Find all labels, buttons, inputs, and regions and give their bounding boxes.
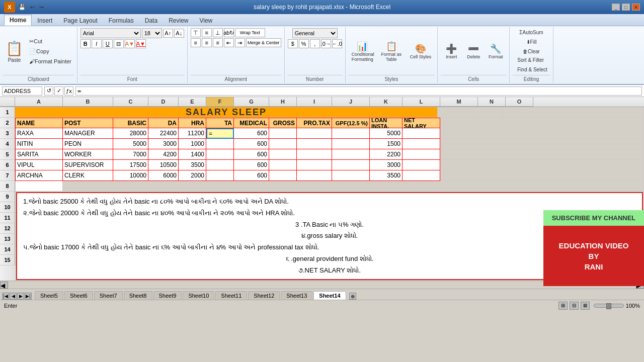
cell-G2[interactable]: MEDICAL	[234, 118, 269, 128]
sort-filter-button[interactable]: Sort & Filter	[515, 56, 549, 64]
cell-D5[interactable]: 4200	[148, 149, 179, 160]
cell-B7[interactable]: CLERK	[63, 170, 113, 181]
paste-button[interactable]: 📋	[3, 40, 26, 57]
tab-view[interactable]: View	[194, 15, 218, 26]
sheet-tab-sheet11[interactable]: Sheet11	[215, 291, 247, 300]
name-box[interactable]	[2, 86, 42, 96]
cell-A3[interactable]: RAXA	[15, 128, 63, 139]
cell-M7[interactable]	[440, 170, 644, 181]
sheet-tab-sheet14[interactable]: Sheet14	[313, 291, 346, 300]
cell-L3[interactable]	[403, 128, 440, 139]
col-header-J[interactable]: J	[332, 97, 370, 107]
cell-A7[interactable]: ARCHNA	[15, 170, 63, 181]
col-header-M[interactable]: M	[440, 97, 478, 107]
cell-B4[interactable]: PEON	[63, 139, 113, 149]
sheet-tab-sheet5[interactable]: Sheet5	[35, 291, 63, 300]
cell-I4[interactable]	[297, 139, 332, 149]
redo-quick-btn[interactable]: ↪	[38, 4, 45, 11]
cell-J5[interactable]	[332, 149, 370, 160]
row-header-6[interactable]: 6	[0, 160, 15, 170]
cell-M2[interactable]	[440, 118, 644, 128]
increase-indent-btn[interactable]: ⇥	[235, 38, 245, 47]
col-header-D[interactable]: D	[148, 97, 179, 107]
sheet-tab-sheet13[interactable]: Sheet13	[281, 291, 312, 300]
cell-D4[interactable]: 3000	[148, 139, 179, 149]
cell-L4[interactable]	[403, 139, 440, 149]
cell-I7[interactable]	[297, 170, 332, 181]
cell-F4[interactable]	[206, 139, 234, 149]
page-break-view-btn[interactable]: ⊠	[581, 302, 590, 310]
autosum-button[interactable]: Σ AutoSum	[517, 28, 545, 37]
cell-G4[interactable]: 600	[234, 139, 269, 149]
cell-D2[interactable]: DA	[148, 118, 179, 128]
formula-input[interactable]	[75, 86, 642, 96]
cell-M5[interactable]	[440, 149, 644, 160]
cell-L7[interactable]	[403, 170, 440, 181]
scroll-left-btn[interactable]: ◀	[0, 282, 8, 289]
row-header-9[interactable]: 9	[0, 192, 15, 202]
subscribe-channel-button[interactable]: SUBSCRIBE MY CHANNEL	[543, 210, 644, 226]
cell-B3[interactable]: MANAGER	[63, 128, 113, 139]
cell-A1-merged[interactable]: SALARY SLEEP	[15, 107, 438, 118]
orientation-btn[interactable]: ab↻	[224, 28, 234, 37]
comma-btn[interactable]: ,	[310, 39, 320, 48]
cell-O1[interactable]	[503, 107, 644, 118]
row-header-10[interactable]: 10	[0, 202, 15, 213]
cell-F3-active[interactable]: =	[206, 128, 234, 139]
cell-F7[interactable]	[206, 170, 234, 181]
col-header-F[interactable]: F	[206, 97, 234, 107]
cell-K7[interactable]: 3500	[370, 170, 403, 181]
copy-button[interactable]: 📄 Copy	[27, 47, 74, 56]
sheet-first-btn[interactable]: |◀	[2, 293, 9, 300]
sheet-next-btn[interactable]: ▶	[17, 293, 24, 300]
cell-H7[interactable]	[269, 170, 297, 181]
sheet-tab-sheet7[interactable]: Sheet7	[94, 291, 123, 300]
row-header-11[interactable]: 11	[0, 213, 15, 223]
cell-G5[interactable]: 600	[234, 149, 269, 160]
undo-quick-btn[interactable]: ↩	[29, 4, 36, 11]
sheet-tab-sheet8[interactable]: Sheet8	[124, 291, 152, 300]
cell-D3[interactable]: 22400	[148, 128, 179, 139]
zoom-thumb[interactable]	[606, 303, 611, 309]
cell-J6[interactable]	[332, 160, 370, 170]
border-button[interactable]: ⊟	[114, 39, 124, 48]
fill-button[interactable]: ⬇ Fill	[524, 38, 539, 46]
cell-I2[interactable]: PRO.TAX	[297, 118, 332, 128]
align-left-btn[interactable]: ≡	[191, 38, 201, 47]
cell-B6[interactable]: SUPERVISOR	[63, 160, 113, 170]
cell-C5[interactable]: 7000	[113, 149, 148, 160]
cell-K6[interactable]: 3000	[370, 160, 403, 170]
cell-E5[interactable]: 1400	[179, 149, 206, 160]
cell-L2[interactable]: NET SALARY	[403, 118, 440, 128]
cell-F2[interactable]: TA	[206, 118, 234, 128]
find-select-button[interactable]: Find & Select	[515, 65, 549, 74]
col-header-H[interactable]: H	[269, 97, 297, 107]
cell-G7[interactable]: 600	[234, 170, 269, 181]
row-header-2[interactable]: 2	[0, 118, 15, 128]
cell-J7[interactable]	[332, 170, 370, 181]
row-header-4[interactable]: 4	[0, 139, 15, 149]
col-header-N[interactable]: N	[478, 97, 506, 107]
format-painter-button[interactable]: 🖌 Format Painter	[27, 57, 74, 66]
cell-B5[interactable]: WORKER	[63, 149, 113, 160]
cell-I5[interactable]	[297, 149, 332, 160]
number-format-select[interactable]: GeneralNumberCurrencyDate	[292, 28, 338, 38]
tab-data[interactable]: Data	[139, 15, 163, 26]
increase-decimal-btn[interactable]: .0→	[321, 39, 331, 48]
checkmark-formula-btn[interactable]: ✓	[54, 86, 63, 96]
cell-D6[interactable]: 10500	[148, 160, 179, 170]
cell-H2[interactable]: GROSS	[269, 118, 297, 128]
row-header-13[interactable]: 13	[0, 234, 15, 244]
cell-H4[interactable]	[269, 139, 297, 149]
font-color-button[interactable]: A▼	[136, 39, 146, 48]
cell-H6[interactable]	[269, 160, 297, 170]
cell-N1[interactable]	[475, 107, 503, 118]
cancel-formula-btn[interactable]: ↺	[44, 86, 53, 96]
cell-C7[interactable]: 10000	[113, 170, 148, 181]
cell-C2[interactable]: BASIC	[113, 118, 148, 128]
cell-L5[interactable]	[403, 149, 440, 160]
decrease-font-btn[interactable]: A↓	[174, 29, 184, 38]
restore-btn[interactable]: □	[622, 4, 630, 11]
align-center-btn[interactable]: ≡	[202, 38, 212, 47]
delete-cells-button[interactable]: ➖ Delete	[463, 41, 484, 61]
